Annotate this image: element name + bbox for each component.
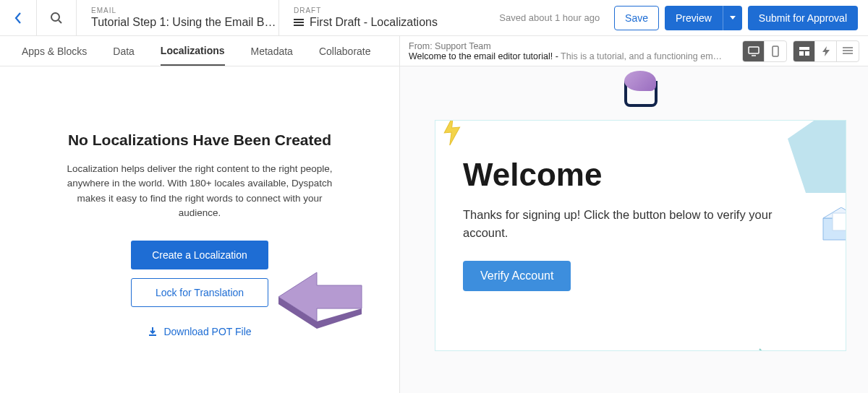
svg-rect-8 — [773, 46, 778, 56]
svg-rect-20 — [833, 213, 846, 230]
bolt-view-button[interactable] — [815, 41, 837, 61]
svg-marker-2 — [730, 16, 736, 20]
email-body-card: Welcome Thanks for signing up! Click the… — [435, 120, 846, 351]
submit-approval-button[interactable]: Submit for Approval — [748, 6, 858, 30]
tutorial-arrow-icon — [275, 265, 369, 340]
svg-rect-11 — [805, 51, 809, 56]
svg-line-1 — [59, 20, 61, 23]
svg-rect-3 — [149, 334, 156, 336]
pentagon-decoration-icon — [780, 120, 846, 207]
lock-translation-button[interactable]: Lock for Translation — [131, 278, 268, 307]
preview-from: From: Support Team — [409, 41, 735, 51]
email-heading: Welcome — [463, 157, 818, 193]
left-panel: Apps & Blocks Data Localizations Metadat… — [0, 36, 399, 393]
empty-description: Localization helps deliver the right con… — [55, 162, 344, 220]
empty-state: No Localizations Have Been Created Local… — [0, 66, 399, 393]
svg-rect-9 — [799, 47, 809, 50]
preview-meta: From: Support Team Welcome to the email … — [409, 41, 735, 61]
breadcrumb-label: EMAIL — [91, 7, 116, 14]
tabs-bar: Apps & Blocks Data Localizations Metadat… — [0, 36, 399, 66]
save-button[interactable]: Save — [614, 6, 659, 30]
preview-subject: Welcome to the email editor tutorial! - … — [409, 51, 735, 61]
verify-account-button[interactable]: Verify Account — [463, 261, 571, 291]
desktop-view-button[interactable] — [743, 41, 765, 61]
breadcrumb-label: DRAFT — [294, 7, 321, 14]
tab-apps-blocks[interactable]: Apps & Blocks — [22, 38, 87, 65]
download-pot-link[interactable]: Download POT File — [148, 326, 251, 337]
email-body-text: Thanks for signing up! Click the button … — [463, 206, 818, 242]
search-button[interactable] — [37, 0, 77, 35]
svg-marker-12 — [822, 46, 830, 56]
main-content: Apps & Blocks Data Localizations Metadat… — [0, 36, 868, 393]
svg-marker-17 — [788, 120, 846, 193]
breadcrumb-draft[interactable]: DRAFT First Draft - Localizations — [279, 0, 435, 35]
saved-status: Saved about 1 hour ago — [499, 12, 600, 23]
create-localization-button[interactable]: Create a Localization — [131, 241, 268, 269]
breadcrumb-email[interactable]: EMAIL Tutorial Step 1: Using the Email B… — [77, 0, 279, 35]
header-actions: Saved about 1 hour ago Save Preview Subm… — [499, 0, 868, 35]
lines-view-button[interactable] — [837, 41, 859, 61]
preview-dropdown-caret[interactable] — [723, 6, 742, 30]
header-spacer — [435, 0, 499, 35]
tab-collaborate[interactable]: Collaborate — [319, 38, 371, 65]
download-icon — [148, 327, 158, 337]
mobile-view-button[interactable] — [765, 41, 786, 61]
mail-decoration-icon — [820, 207, 846, 243]
breadcrumb-title: First Draft - Localizations — [294, 16, 438, 29]
tab-data[interactable]: Data — [113, 38, 135, 65]
tab-metadata[interactable]: Metadata — [251, 38, 293, 65]
layout-toggle — [793, 40, 859, 62]
download-pot-label: Download POT File — [163, 326, 251, 337]
list-icon — [294, 19, 304, 26]
layout-view-button[interactable] — [793, 41, 815, 61]
dotted-path-icon — [756, 342, 835, 351]
cursor-decoration-icon — [759, 350, 780, 351]
preview-toolbar: From: Support Team Welcome to the email … — [400, 36, 868, 66]
svg-rect-10 — [799, 51, 804, 56]
svg-rect-6 — [749, 47, 759, 53]
email-preview-area: Welcome Thanks for signing up! Click the… — [400, 66, 868, 393]
device-toggle — [742, 40, 787, 62]
tab-localizations[interactable]: Localizations — [161, 37, 225, 66]
breadcrumb-title: Tutorial Step 1: Using the Email B… — [91, 16, 276, 29]
preview-button-group: Preview — [665, 6, 742, 30]
envelope-logo-icon — [624, 81, 658, 107]
svg-marker-16 — [443, 120, 461, 146]
preview-button[interactable]: Preview — [665, 6, 723, 30]
lightning-icon — [440, 120, 464, 146]
back-button[interactable] — [0, 0, 37, 35]
svg-point-0 — [51, 13, 59, 21]
empty-title: No Localizations Have Been Created — [68, 131, 331, 149]
email-logo — [435, 81, 846, 107]
app-header: EMAIL Tutorial Step 1: Using the Email B… — [0, 0, 868, 36]
draft-title-text: First Draft - Localizations — [310, 16, 438, 29]
preview-panel: From: Support Team Welcome to the email … — [399, 36, 868, 393]
